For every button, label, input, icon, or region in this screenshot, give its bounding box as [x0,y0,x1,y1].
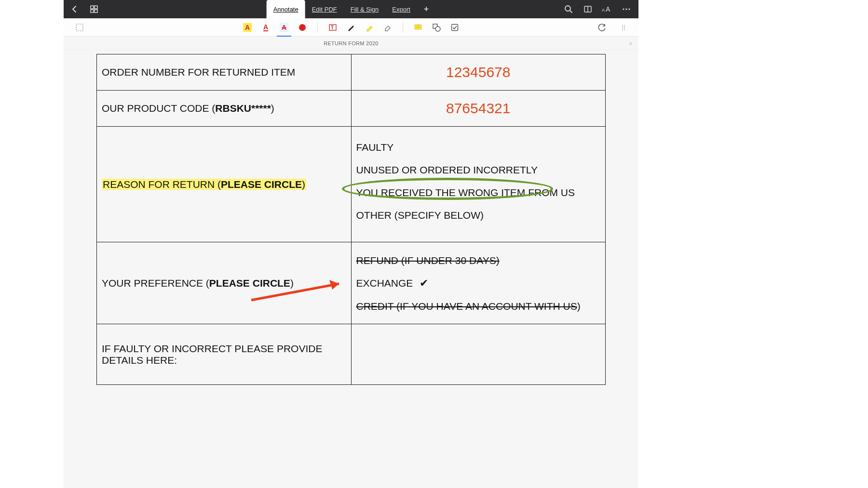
svg-rect-1 [95,6,97,9]
preference-option-credit: CREDIT (IF YOU HAVE AN ACCOUNT WITH US) [356,301,601,311]
color-dot-tool-icon[interactable] [294,19,311,36]
reason-label: REASON FOR RETURN (PLEASE CIRCLE) [97,169,351,200]
pen-tool-icon[interactable] [343,19,359,36]
svg-point-4 [565,6,570,11]
document-page: ORDER NUMBER FOR RETURNED ITEM 12345678 … [96,54,606,385]
svg-rect-0 [91,6,94,9]
document-viewport[interactable]: ORDER NUMBER FOR RETURNED ITEM 12345678 … [64,50,638,488]
selection-tool-icon[interactable] [71,19,88,36]
book-icon[interactable] [583,4,593,14]
textbox-tool-icon[interactable]: T [325,19,341,36]
svg-rect-2 [91,10,94,13]
preference-options: REFUND (IF UNDER 30 DAYS) EXCHANGE✔ CRED… [352,244,606,323]
reason-option-faulty: FAULTY [356,142,601,152]
marker-tool-icon[interactable] [361,19,378,36]
preference-option-refund: REFUND (IF UNDER 30 DAYS) [356,255,601,265]
text-size-icon[interactable]: AA [602,4,612,14]
document-title-bar: RETURN FORM 2020 × [64,37,638,50]
svg-text:A: A [606,5,610,13]
return-form-table: ORDER NUMBER FOR RETURNED ITEM 12345678 … [96,54,606,385]
product-code-label: OUR PRODUCT CODE (RBSKU*****) [97,93,351,124]
svg-point-10 [623,8,624,10]
svg-point-11 [625,8,627,10]
toolbar-divider [403,22,403,33]
reason-options: FAULTY UNUSED OR ORDERED INCORRETLY YOU … [352,129,606,240]
svg-text:T: T [331,25,334,30]
reason-option-other: OTHER (SPECIFY BELOW) [356,210,601,220]
preference-label: YOUR PREFERENCE (PLEASE CIRCLE) [97,268,351,299]
svg-text:A: A [602,8,605,13]
note-tool-icon[interactable] [410,19,426,36]
details-value [352,345,606,364]
svg-point-20 [435,26,440,31]
search-icon[interactable] [563,4,574,14]
top-toolbar: Annotate Edit PDF Fill & Sign Export + A… [64,0,638,18]
annotate-toolbar: A A A T [64,18,638,37]
mode-tabs: Annotate Edit PDF Fill & Sign Export + [267,0,436,18]
tab-fill-sign[interactable]: Fill & Sign [344,0,386,18]
svg-rect-13 [76,24,83,31]
underline-tool-icon[interactable]: A [258,19,274,36]
svg-rect-16 [415,25,421,29]
more-icon[interactable] [621,4,632,14]
shape-tool-icon[interactable] [428,19,445,36]
svg-line-5 [570,11,572,13]
eraser-tool-icon[interactable] [380,19,396,36]
highlight-tool-icon[interactable]: A [239,19,256,36]
preference-option-exchange: EXCHANGE✔ [356,278,601,289]
undo-icon[interactable] [594,19,610,36]
reason-option-unused: UNUSED OR ORDERED INCORRETLY [356,165,601,175]
stamp-tool-icon[interactable] [447,19,463,36]
checkmark-annotation[interactable]: ✔ [420,277,428,289]
reason-option-wrong-item: YOU RECEIVED THE WRONG ITEM FROM US [356,187,601,198]
svg-rect-3 [95,10,97,13]
tab-export[interactable]: Export [385,0,417,18]
svg-point-12 [628,8,630,10]
back-button[interactable] [69,4,80,14]
toolbar-divider [317,22,318,33]
order-number-label: ORDER NUMBER FOR RETURNED ITEM [97,57,351,88]
svg-rect-21 [452,24,458,30]
document-title: RETURN FORM 2020 [324,40,379,46]
order-number-value: 12345678 [356,64,601,80]
details-label: IF FAULTY OR INCORRECT PLEASE PROVIDE DE… [97,333,351,376]
strikethrough-tool-icon[interactable]: A [276,19,292,36]
tab-add[interactable]: + [417,0,436,18]
tab-annotate[interactable]: Annotate [267,0,305,18]
redo-icon[interactable] [615,19,632,36]
grid-view-icon[interactable] [89,4,99,14]
tab-edit-pdf[interactable]: Edit PDF [305,0,344,18]
close-document-icon[interactable]: × [629,40,633,47]
product-code-value: 87654321 [356,100,601,117]
